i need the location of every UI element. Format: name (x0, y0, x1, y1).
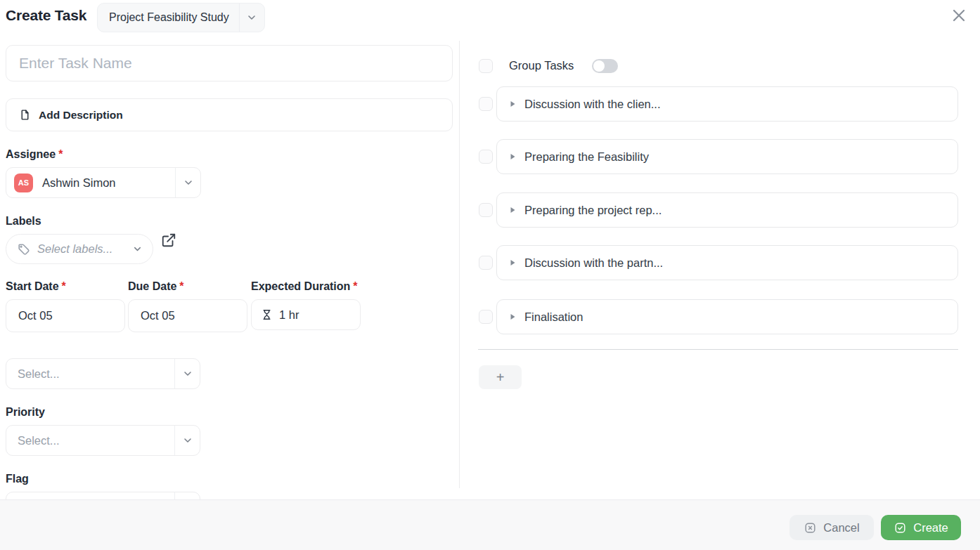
toggle-knob (593, 60, 605, 72)
subtask-row[interactable]: Preparing the project rep... (496, 192, 958, 228)
subtask-row[interactable]: Preparing the Feasibility (496, 139, 958, 174)
subtask-title: Discussion with the clien... (524, 98, 661, 111)
expected-duration-input[interactable]: 1 hr (251, 299, 361, 330)
hourglass-icon (262, 309, 272, 320)
cancel-x-icon (804, 521, 817, 535)
start-date-input[interactable]: Oct 05 (6, 299, 125, 332)
footer: Cancel Create (0, 499, 980, 550)
create-label: Create (913, 521, 948, 535)
subtask-checkbox[interactable] (479, 97, 493, 111)
caret-right-icon[interactable] (508, 100, 517, 108)
subtask-row[interactable]: Discussion with the partn... (496, 245, 958, 280)
close-icon[interactable] (949, 6, 969, 25)
task-name-input[interactable] (6, 45, 453, 81)
expected-duration-label: Expected Duration* (251, 280, 358, 293)
required-asterisk: * (353, 280, 357, 292)
cancel-button[interactable]: Cancel (789, 515, 874, 540)
caret-right-icon[interactable] (508, 206, 517, 214)
priority-label: Priority (6, 406, 45, 419)
required-asterisk: * (58, 148, 63, 160)
assignee-select[interactable]: AS Ashwin Simon (6, 167, 201, 198)
required-asterisk: * (179, 280, 183, 292)
subtask-title: Discussion with the partn... (524, 256, 663, 270)
subtasks-divider (478, 349, 958, 350)
page-title: Create Task (6, 7, 86, 24)
create-button[interactable]: Create (881, 515, 961, 540)
labels-placeholder: Select labels... (37, 242, 125, 256)
assignee-value: Ashwin Simon (42, 176, 175, 190)
due-date-label: Due Date* (128, 280, 184, 293)
project-selector[interactable]: Project Feasibility Study (97, 3, 265, 32)
subtask-checkbox[interactable] (479, 310, 493, 324)
subtask-title: Preparing the Feasibility (524, 150, 649, 164)
subtask-checkbox[interactable] (479, 150, 493, 164)
chevron-down-icon (132, 244, 143, 254)
expected-duration-value: 1 hr (279, 308, 299, 322)
column-divider (459, 41, 460, 488)
chevron-down-icon (239, 4, 264, 32)
add-subtask-button[interactable]: + (479, 365, 522, 389)
plus-icon: + (496, 369, 505, 386)
assignee-label: Assignee* (6, 148, 63, 161)
subtask-title: Finalisation (524, 310, 583, 324)
start-date-value: Oct 05 (18, 309, 53, 322)
flag-label: Flag (6, 473, 29, 485)
labels-label: Labels (6, 215, 41, 228)
add-description-label: Add Description (39, 109, 123, 122)
external-link-icon[interactable] (160, 232, 177, 249)
priority-select[interactable]: Select... (6, 425, 200, 456)
project-selector-value: Project Feasibility Study (109, 11, 239, 24)
subtask-row[interactable]: Discussion with the clien... (496, 86, 958, 122)
document-icon (19, 109, 31, 121)
cancel-label: Cancel (823, 521, 859, 535)
group-tasks-toggle[interactable] (592, 59, 618, 73)
subtask-title: Preparing the project rep... (524, 204, 662, 217)
add-description-button[interactable]: Add Description (6, 98, 453, 131)
due-date-value: Oct 05 (141, 309, 175, 322)
caret-right-icon[interactable] (508, 258, 517, 267)
chevron-down-icon (175, 168, 200, 197)
chevron-down-icon (174, 426, 200, 455)
unlabeled-select[interactable]: Select... (6, 358, 200, 389)
avatar: AS (14, 173, 33, 192)
required-asterisk: * (62, 280, 66, 292)
group-tasks-checkbox[interactable] (479, 59, 493, 73)
labels-select[interactable]: Select labels... (6, 234, 153, 264)
group-tasks-label: Group Tasks (509, 59, 574, 72)
subtask-checkbox[interactable] (479, 203, 493, 217)
check-icon (894, 521, 907, 535)
tag-icon (17, 242, 30, 256)
start-date-label: Start Date* (6, 280, 66, 293)
chevron-down-icon (174, 359, 200, 388)
subtask-row[interactable]: Finalisation (496, 299, 958, 334)
caret-right-icon[interactable] (508, 313, 517, 321)
caret-right-icon[interactable] (508, 152, 517, 161)
subtask-checkbox[interactable] (479, 256, 493, 270)
due-date-input[interactable]: Oct 05 (128, 299, 247, 332)
